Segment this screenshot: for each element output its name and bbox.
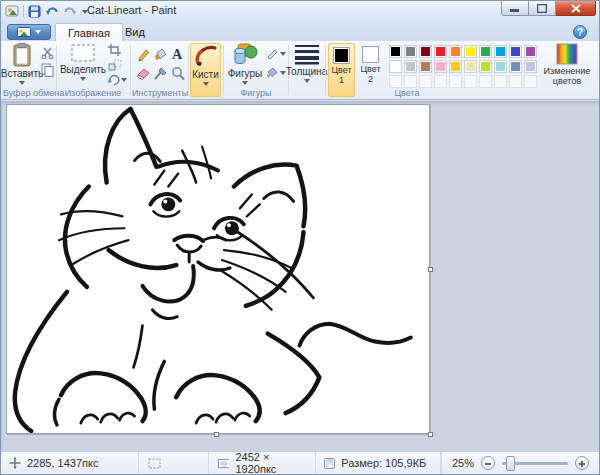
magnifier-tool[interactable] (171, 66, 185, 81)
size-button[interactable]: Толщина (290, 43, 323, 97)
copy-button[interactable] (41, 63, 54, 77)
fill-tool[interactable] (153, 47, 168, 62)
close-button[interactable] (556, 1, 596, 16)
shapes-button[interactable]: Фигуры (227, 43, 263, 89)
crop-icon (108, 44, 122, 56)
paste-icon (12, 43, 32, 67)
shapes-group: Фигуры Фигуры (225, 41, 287, 99)
chevron-down-icon (19, 81, 25, 85)
eraser-tool[interactable] (136, 67, 151, 80)
zoom-control: 25% (441, 452, 599, 474)
fill-bucket-icon (153, 47, 168, 62)
outline-icon (266, 48, 279, 59)
tab-view[interactable]: Вид (113, 23, 157, 41)
rotate-button[interactable] (108, 74, 127, 86)
redo-icon[interactable] (63, 5, 77, 18)
eyedropper-icon (153, 66, 168, 81)
brushes-button[interactable]: Кисти (190, 43, 221, 97)
shape-outline-button[interactable] (266, 48, 286, 59)
palette-swatch[interactable] (389, 45, 402, 58)
shapes-icon (232, 43, 258, 67)
palette-swatch[interactable] (449, 45, 462, 58)
group-separator (56, 45, 57, 95)
palette-swatch[interactable] (494, 45, 507, 58)
cut-button[interactable] (41, 47, 54, 59)
palette-swatch-empty[interactable] (389, 75, 402, 88)
palette-swatch[interactable] (479, 45, 492, 58)
palette-swatch-empty[interactable] (449, 75, 462, 88)
paint-menu-button[interactable] (7, 24, 51, 40)
palette-swatch[interactable] (524, 45, 537, 58)
cursor-position: 2285, 1437пкс (27, 457, 98, 469)
palette-swatch[interactable] (509, 45, 522, 58)
magnifier-icon (171, 66, 185, 81)
palette-swatch[interactable] (404, 60, 417, 73)
color1-swatch (333, 47, 350, 64)
palette-swatch[interactable] (419, 45, 432, 58)
minimize-button[interactable] (501, 1, 529, 16)
palette-swatch[interactable] (464, 60, 477, 73)
chevron-down-icon (80, 77, 86, 81)
palette-swatch[interactable] (389, 60, 402, 73)
drawing-canvas[interactable] (6, 104, 430, 434)
chevron-down-icon (35, 30, 42, 35)
palette-swatch[interactable] (434, 60, 447, 73)
color-picker-tool[interactable] (153, 66, 168, 81)
canvas-resize-handle-bottom[interactable] (214, 432, 219, 437)
palette-swatch[interactable] (434, 45, 447, 58)
text-tool[interactable]: A (170, 46, 184, 61)
select-button[interactable]: Выделить (61, 43, 105, 89)
palette-swatch-empty[interactable] (419, 75, 432, 88)
resize-button[interactable] (108, 59, 122, 71)
paste-button[interactable]: Вставить (4, 43, 40, 89)
palette-swatch[interactable] (404, 45, 417, 58)
palette-swatch-empty[interactable] (479, 75, 492, 88)
undo-icon[interactable] (45, 5, 59, 18)
pencil-icon (136, 47, 151, 62)
title-bar: Cat-Lineart - Paint (1, 1, 599, 22)
palette-swatch[interactable] (464, 45, 477, 58)
zoom-slider[interactable] (502, 462, 568, 465)
rotate-icon (108, 74, 120, 86)
brushes-group: Кисти (190, 41, 222, 99)
palette-swatch[interactable] (509, 60, 522, 73)
selection-size-icon (147, 458, 161, 469)
menu-icon (17, 27, 31, 37)
palette-swatch-empty[interactable] (524, 75, 537, 88)
canvas-resize-handle-corner[interactable] (428, 432, 433, 437)
paint-window: Cat-Lineart - Paint Главная Вид ? Вс (0, 0, 600, 475)
zoom-level: 25% (442, 457, 474, 469)
shape-fill-button[interactable] (266, 67, 286, 78)
help-icon[interactable]: ? (573, 25, 587, 39)
size-group: Толщина (290, 41, 324, 99)
chevron-down-icon (280, 52, 286, 56)
image-size: 2452 × 1920пкс (235, 451, 307, 475)
maximize-button[interactable] (529, 1, 556, 16)
palette-swatch-empty[interactable] (494, 75, 507, 88)
clipboard-group: Вставить Буфер обмена (3, 41, 55, 99)
zoom-out-button[interactable] (481, 456, 495, 470)
palette-swatch-empty[interactable] (464, 75, 477, 88)
zoom-slider-thumb[interactable] (506, 456, 515, 471)
color-palette (389, 45, 539, 90)
palette-swatch-empty[interactable] (434, 75, 447, 88)
palette-swatch-empty[interactable] (404, 75, 417, 88)
resize-icon (108, 59, 122, 71)
canvas-resize-handle-right[interactable] (428, 267, 433, 272)
save-icon[interactable] (28, 5, 41, 18)
color2-swatch (362, 46, 379, 63)
pencil-tool[interactable] (136, 47, 151, 62)
palette-swatch[interactable] (494, 60, 507, 73)
crop-button[interactable] (108, 44, 122, 56)
copy-icon (41, 63, 54, 77)
group-separator (223, 45, 224, 95)
edit-colors-button[interactable]: Изменение цветов (545, 43, 589, 97)
zoom-in-button[interactable] (575, 456, 589, 470)
palette-swatch[interactable] (479, 60, 492, 73)
palette-swatch[interactable] (524, 60, 537, 73)
app-icon[interactable] (5, 4, 19, 18)
palette-swatch[interactable] (419, 60, 432, 73)
palette-swatch[interactable] (449, 60, 462, 73)
palette-swatch-empty[interactable] (509, 75, 522, 88)
crosshair-icon (9, 457, 21, 469)
